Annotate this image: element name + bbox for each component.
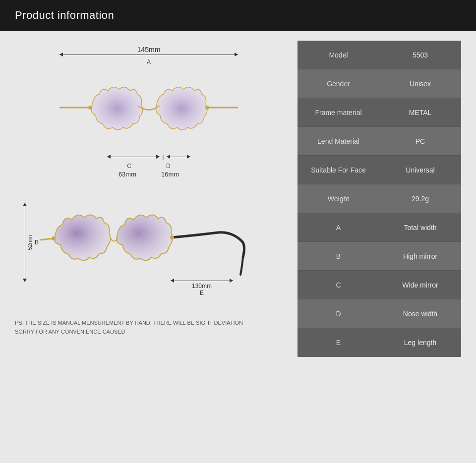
page-header: Product information (0, 0, 476, 31)
info-row-5: Weight29.2g (298, 184, 461, 213)
info-row-8: CWide mirror (298, 271, 461, 299)
info-row-6: ATotal width (298, 213, 461, 242)
info-value-1: Unisex (379, 75, 461, 93)
dim-52mm-value: 52mm (27, 235, 33, 250)
info-value-9: Nose width (379, 305, 461, 323)
info-key-7: B (298, 247, 379, 265)
info-row-4: Suitable For FaceUniversal (298, 156, 461, 184)
info-value-8: Wide mirror (379, 276, 461, 294)
svg-point-6 (170, 235, 174, 239)
info-value-5: 29.2g (379, 190, 461, 208)
info-key-1: Gender (298, 75, 379, 93)
dim-a-text: 145mm (55, 46, 243, 54)
dim-e-container: 130mm E (171, 281, 233, 296)
svg-point-5 (52, 236, 56, 240)
info-key-8: C (298, 276, 379, 294)
dim-a-arrow (55, 55, 243, 55)
diagram-section: 145mm A (15, 41, 283, 412)
info-row-7: BHigh mirror (298, 242, 461, 271)
info-row-2: Frame materialMETAL (298, 98, 461, 127)
info-key-4: Suitable For Face (298, 161, 379, 179)
dim-c-label: | (163, 154, 164, 160)
dim-b-container: 52mm B (25, 203, 39, 282)
bottom-dimensions: | (55, 154, 243, 160)
side-glasses-diagram: 52mm B (15, 188, 243, 304)
cd-labels: C D (55, 163, 243, 170)
info-value-0: 5503 (379, 46, 461, 64)
info-key-3: Lend Material (298, 132, 379, 150)
dim-d-label-text: D (166, 163, 171, 170)
info-value-2: METAL (379, 104, 461, 121)
dim-a-label: A (147, 58, 151, 65)
dim-b-label: B (35, 239, 39, 246)
info-value-3: PC (379, 132, 461, 150)
product-info-table: Model5503GenderUnisexFrame materialMETAL… (298, 41, 461, 357)
info-key-6: A (298, 219, 379, 236)
dim-c-label-text: C (127, 163, 131, 170)
dim-c-value: 63mm (119, 171, 136, 178)
info-row-1: GenderUnisex (298, 69, 461, 98)
info-value-4: Universal (379, 161, 461, 179)
info-row-10: ELeg length (298, 328, 461, 357)
info-row-0: Model5503 (298, 41, 461, 69)
info-key-0: Model (298, 46, 379, 64)
dim-d-value: 16mm (161, 171, 179, 178)
top-glasses-diagram: 145mm A (55, 46, 243, 178)
cd-values: 63mm 16mm (55, 171, 243, 178)
ps-note: PS: THE SIZE IS MANUAL MENSUREMENT BY HA… (15, 319, 263, 336)
svg-point-2 (88, 106, 92, 110)
info-row-3: Lend MaterialPC (298, 127, 461, 156)
info-value-6: Total width (379, 219, 461, 236)
dim-e-value: 130mm (192, 283, 212, 289)
dim-e-label: E (200, 289, 204, 296)
svg-point-3 (205, 106, 209, 110)
glasses-front-svg (55, 67, 243, 149)
info-key-9: D (298, 305, 379, 323)
info-row-9: DNose width (298, 299, 461, 328)
info-key-5: Weight (298, 190, 379, 208)
info-value-10: Leg length (379, 334, 461, 351)
info-value-7: High mirror (379, 247, 461, 265)
svg-line-4 (40, 238, 54, 240)
page-title: Product information (15, 9, 114, 21)
info-key-2: Frame material (298, 104, 379, 121)
info-key-10: E (298, 334, 379, 351)
